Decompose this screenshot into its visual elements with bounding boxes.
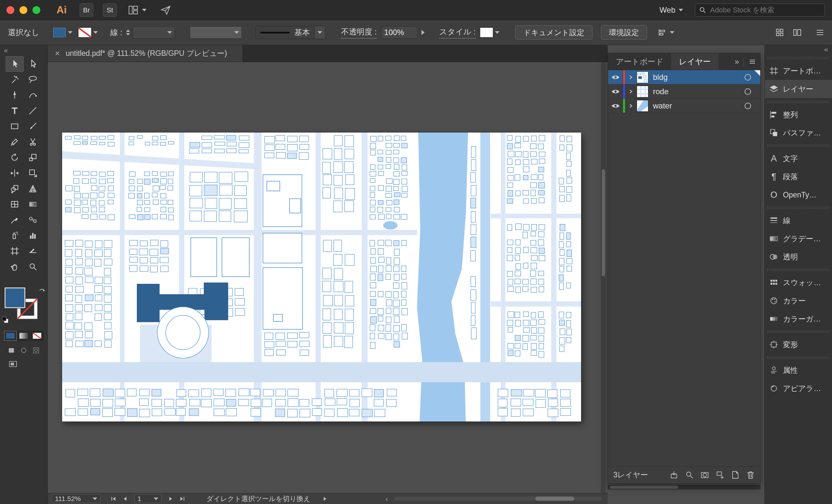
tool-lasso[interactable] — [24, 72, 42, 87]
dock-item-character[interactable]: A 文字 — [765, 149, 832, 168]
dock-item-transparency[interactable]: 透明 — [765, 248, 832, 266]
dock-item-color[interactable]: カラー — [765, 291, 832, 310]
tool-shape-builder[interactable] — [5, 181, 24, 196]
workspace-label[interactable]: Web — [659, 5, 675, 15]
tab-layers[interactable]: レイヤー — [671, 53, 719, 70]
dock-item-color-guide[interactable]: カラーガ… — [765, 310, 832, 328]
share-icon[interactable] — [160, 4, 171, 16]
panel-columns-icon[interactable] — [792, 28, 802, 37]
tool-scale[interactable] — [24, 150, 42, 165]
layer-row-water[interactable]: water — [608, 99, 760, 113]
tool-free-transform[interactable] — [24, 165, 42, 181]
brush-definition-dropdown[interactable] — [190, 26, 242, 39]
document-setup-button[interactable]: ドキュメント設定 — [515, 25, 592, 39]
close-window-button[interactable] — [6, 6, 14, 14]
screen-mode-icon[interactable] — [8, 360, 18, 368]
grid-view-icon[interactable] — [775, 28, 784, 37]
tool-paintbrush[interactable] — [24, 118, 42, 134]
tool-direct-selection[interactable] — [24, 56, 42, 72]
dock-item-gradient[interactable]: グラデー… — [765, 230, 832, 248]
dock-item-paragraph[interactable]: ¶ 段落 — [765, 168, 832, 186]
locate-object-icon[interactable] — [685, 471, 694, 479]
last-artboard-icon[interactable] — [179, 496, 186, 502]
stock-search-input[interactable] — [709, 5, 821, 15]
draw-normal-icon[interactable] — [7, 346, 15, 354]
layer-thumbnail[interactable] — [637, 100, 648, 112]
new-layer-icon[interactable] — [731, 471, 740, 479]
tool-pen[interactable] — [5, 87, 24, 103]
document-tab[interactable]: × untitled.pdf* @ 111.52% (RGB/GPU プレビュー… — [48, 45, 243, 62]
layers-panel-scrollbar-thumb[interactable] — [610, 485, 678, 489]
tool-type[interactable] — [5, 103, 24, 118]
tool-symbol-sprayer[interactable] — [5, 228, 24, 243]
canvas-horizontal-scrollbar-thumb[interactable] — [535, 497, 574, 501]
scroll-left-icon[interactable]: ‹ — [386, 494, 388, 503]
dock-grip[interactable] — [767, 268, 829, 271]
style-caret-icon[interactable] — [495, 31, 499, 34]
tool-scissors[interactable] — [24, 134, 42, 150]
layer-name[interactable]: rode — [653, 87, 745, 96]
dock-item-swatches[interactable]: スウォッ… — [765, 274, 832, 291]
stroke-weight-stepper[interactable] — [126, 30, 130, 35]
fill-color-swatch[interactable] — [53, 28, 66, 37]
tool-line-segment[interactable] — [24, 103, 42, 118]
opacity-flyout-icon[interactable] — [421, 30, 424, 35]
delete-layer-icon[interactable] — [746, 471, 755, 479]
default-fill-stroke-icon[interactable] — [1, 316, 9, 324]
canvas-vertical-scrollbar[interactable] — [601, 62, 605, 493]
control-bar-menu-icon[interactable] — [815, 28, 825, 37]
workspace-caret-icon[interactable] — [142, 9, 147, 11]
artboard-number-dropdown[interactable]: 1 — [134, 494, 161, 503]
dock-item-attributes[interactable]: 属性 — [765, 361, 832, 379]
preferences-button[interactable]: 環境設定 — [601, 25, 647, 39]
stock-search-box[interactable] — [695, 4, 825, 17]
tool-pencil[interactable] — [5, 134, 24, 150]
tool-artboard[interactable] — [5, 243, 24, 259]
stroke-color-caret-icon[interactable] — [93, 31, 98, 34]
tool-selection[interactable] — [5, 56, 24, 72]
layer-row-rode[interactable]: rode — [608, 84, 760, 99]
stroke-color-swatch[interactable] — [78, 28, 91, 37]
dock-item-artboards[interactable]: アートボ… — [765, 62, 832, 80]
layer-name[interactable]: water — [653, 101, 745, 110]
tool-zoom[interactable] — [24, 259, 42, 274]
first-artboard-icon[interactable] — [110, 496, 117, 502]
tool-rectangle[interactable] — [5, 118, 24, 134]
layer-disclosure[interactable] — [625, 75, 637, 80]
fill-color-caret-icon[interactable] — [68, 31, 73, 34]
layer-thumbnail[interactable] — [637, 72, 648, 83]
dock-grip[interactable] — [767, 56, 829, 59]
workspace-label-caret-icon[interactable] — [679, 9, 683, 11]
tool-gradient[interactable] — [24, 196, 42, 212]
tool-perspective-grid[interactable] — [24, 181, 42, 196]
tool-width[interactable] — [5, 165, 24, 181]
collect-for-export-icon[interactable] — [670, 471, 679, 479]
tool-eyedropper[interactable] — [5, 212, 24, 228]
previous-artboard-icon[interactable] — [122, 496, 128, 502]
dock-item-pathfinder[interactable]: パスファ… — [765, 124, 832, 142]
visibility-toggle[interactable] — [608, 84, 623, 99]
bridge-button[interactable]: Br — [80, 3, 93, 17]
fill-swatch-large[interactable] — [4, 287, 25, 308]
align-options-caret-icon[interactable] — [670, 31, 674, 34]
dock-item-opentype[interactable]: O OpenTy… — [765, 186, 832, 204]
panel-expand-icon[interactable]: » — [735, 57, 739, 66]
style-label[interactable]: スタイル : — [439, 27, 476, 39]
layer-disclosure[interactable] — [625, 89, 637, 94]
layer-target-icon[interactable] — [745, 103, 751, 109]
dock-grip[interactable] — [767, 206, 829, 209]
layer-name[interactable]: bldg — [653, 73, 745, 82]
layers-panel-scrollbar[interactable] — [608, 485, 760, 489]
tool-blend[interactable] — [24, 212, 42, 228]
tool-magic-wand[interactable] — [5, 72, 24, 87]
dock-collapse-icon[interactable]: « — [824, 46, 828, 54]
visibility-toggle[interactable] — [608, 70, 623, 84]
dock-item-layers[interactable]: レイヤー — [765, 80, 832, 98]
dock-grip[interactable] — [767, 100, 829, 103]
zoom-dropdown[interactable]: 111.52% — [52, 494, 100, 503]
dock-item-transform[interactable]: 変形 — [765, 335, 832, 354]
dock-grip[interactable] — [767, 356, 829, 359]
opacity-label[interactable]: 不透明度 : — [341, 27, 376, 39]
tool-mesh[interactable] — [5, 196, 24, 212]
next-artboard-icon[interactable] — [167, 496, 174, 502]
